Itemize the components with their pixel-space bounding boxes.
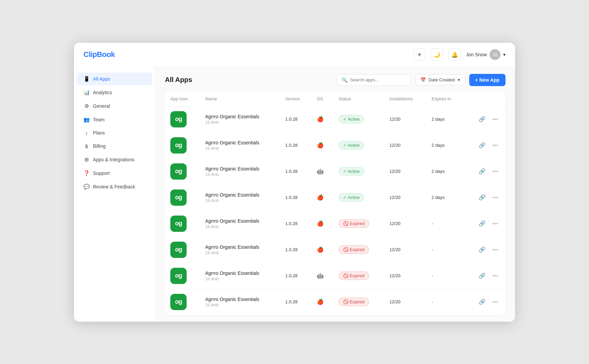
- chevron-down-icon: ▾: [458, 77, 460, 82]
- link-icon[interactable]: 🔗: [477, 219, 488, 228]
- table-column-header: App Icon: [165, 92, 200, 106]
- app-installations: 12/20: [384, 158, 426, 184]
- app-name-cell: Agrrro Organic Essentials16.4mb: [200, 210, 280, 237]
- app-expires: 2 days: [426, 106, 463, 132]
- light-mode-button[interactable]: ☀: [413, 48, 425, 61]
- notifications-button[interactable]: 🔔: [449, 48, 461, 61]
- android-icon: 🤖: [317, 168, 324, 174]
- dark-mode-button[interactable]: 🌙: [431, 48, 443, 61]
- link-icon[interactable]: 🔗: [477, 193, 488, 202]
- app-expires: -: [426, 289, 463, 315]
- app-os: 🍎: [311, 289, 333, 315]
- user-menu[interactable]: Jon Snow JS ▾: [466, 49, 506, 60]
- table-column-header: Expires in: [426, 92, 463, 106]
- row-actions-cell: 🔗•••: [463, 289, 506, 315]
- app-installations: 12/20: [384, 184, 426, 210]
- link-icon[interactable]: 🔗: [477, 141, 488, 150]
- link-icon[interactable]: 🔗: [477, 271, 488, 280]
- app-size: 16.4mb: [205, 146, 274, 151]
- app-status: ✓ Active: [333, 184, 384, 210]
- date-filter-button[interactable]: 📅 Date Created ▾: [415, 74, 465, 85]
- more-options-icon[interactable]: •••: [490, 245, 500, 254]
- app-icon: og: [170, 294, 187, 310]
- table-column-header: Version: [280, 92, 311, 106]
- link-icon[interactable]: 🔗: [477, 245, 488, 254]
- app-name-cell: Agrrro Organic Essentials16.4mb: [200, 184, 280, 210]
- sidebar-icon-all-apps: 📱: [83, 76, 90, 82]
- table-row: ogAgrrro Organic Essentials16.4mb1.0.28🍎…: [165, 132, 506, 158]
- app-icon: og: [170, 189, 187, 206]
- more-options-icon[interactable]: •••: [490, 141, 500, 150]
- sidebar-label-support: Support: [93, 170, 110, 176]
- link-icon[interactable]: 🔗: [477, 297, 488, 306]
- sidebar-item-analytics[interactable]: 📊Analytics: [77, 86, 152, 99]
- app-version: 1.0.28: [280, 106, 311, 132]
- app-os: 🍎: [311, 184, 333, 210]
- app-icon: og: [170, 242, 187, 258]
- app-expires: -: [426, 237, 463, 263]
- sidebar-label-apps-integrations: Apps & Integrations: [93, 157, 134, 162]
- search-input[interactable]: [350, 77, 406, 82]
- sidebar-label-billing: Billing: [93, 143, 106, 149]
- app-name-cell: Agrrro Organic Essentials16.4mb: [200, 132, 280, 158]
- apple-icon: 🍎: [317, 142, 324, 148]
- more-options-icon[interactable]: •••: [490, 219, 500, 228]
- sidebar-item-plans[interactable]: ↕Plans: [77, 127, 152, 139]
- sidebar-icon-apps-integrations: ⊞: [83, 157, 90, 163]
- apple-icon: 🍎: [317, 247, 324, 252]
- app-size: 16.4mb: [205, 224, 274, 229]
- more-options-icon[interactable]: •••: [490, 298, 500, 306]
- table-row: ogAgrrro Organic Essentials16.4mb1.0.28🍎…: [165, 184, 506, 210]
- table-header-row: App IconNameVersionOSStatusInstallations…: [165, 92, 506, 106]
- app-os: 🍎: [311, 237, 333, 263]
- apple-icon: 🍎: [317, 116, 324, 122]
- status-badge: ✓ Active: [339, 141, 364, 149]
- sidebar-item-apps-integrations[interactable]: ⊞Apps & Integrations: [77, 153, 152, 166]
- sidebar-item-billing[interactable]: $Billing: [77, 140, 152, 153]
- row-actions-cell: 🔗•••: [463, 237, 506, 263]
- apple-icon: 🍎: [317, 195, 324, 200]
- status-badge: 🚫 Expired: [339, 245, 369, 254]
- calendar-icon: 📅: [420, 77, 426, 82]
- sidebar-item-general[interactable]: ⚙General: [77, 100, 152, 113]
- more-options-icon[interactable]: •••: [490, 193, 500, 202]
- more-options-icon[interactable]: •••: [490, 167, 500, 176]
- sidebar-item-support[interactable]: ❓Support: [77, 167, 152, 180]
- table-row: ogAgrrro Organic Essentials16.4mb1.0.28🍎…: [165, 210, 506, 237]
- app-expires: 2 days: [426, 184, 463, 210]
- sidebar-label-team: Team: [93, 117, 104, 122]
- sidebar-item-all-apps[interactable]: 📱All Apps: [77, 73, 152, 85]
- app-version: 1.0.28: [280, 132, 311, 158]
- new-app-button[interactable]: + New App: [469, 74, 506, 86]
- app-icon: og: [170, 216, 187, 232]
- app-status: 🚫 Expired: [333, 289, 384, 315]
- link-icon[interactable]: 🔗: [477, 115, 488, 124]
- app-os: 🤖: [311, 158, 333, 184]
- app-status: ✓ Active: [333, 106, 384, 132]
- link-icon[interactable]: 🔗: [477, 167, 488, 176]
- app-size: 16.4mb: [205, 250, 274, 255]
- table-row: ogAgrrro Organic Essentials16.4mb1.0.28🍎…: [165, 106, 506, 132]
- avatar-initials: JS: [492, 52, 497, 57]
- app-installations: 12/20: [384, 289, 426, 315]
- app-expires: 2 days: [426, 132, 463, 158]
- table-column-header: Name: [200, 92, 280, 106]
- sidebar-item-review-feedback[interactable]: 💬Review & Feedback: [77, 180, 152, 193]
- more-options-icon[interactable]: •••: [490, 115, 500, 124]
- date-filter-label: Date Created: [429, 77, 455, 82]
- sidebar-item-team[interactable]: 👥Team: [77, 113, 152, 126]
- more-options-icon[interactable]: •••: [490, 271, 500, 280]
- app-name: Agrrro Organic Essentials: [205, 270, 274, 276]
- sidebar: 📱All Apps📊Analytics⚙General👥Team↕Plans$B…: [74, 67, 155, 322]
- app-window: ClipBook ☀ 🌙 🔔 Jon Snow JS ▾ 📱All Apps📊A…: [74, 43, 515, 322]
- app-installations: 12/20: [384, 263, 426, 289]
- chevron-down-icon: ▾: [503, 52, 506, 57]
- app-version: 1.0.28: [280, 263, 311, 289]
- bell-icon: 🔔: [451, 52, 458, 58]
- apple-icon: 🍎: [317, 299, 324, 305]
- table-column-header: OS: [311, 92, 333, 106]
- app-expires: 2 days: [426, 158, 463, 184]
- sidebar-icon-plans: ↕: [83, 130, 90, 136]
- app-icon: og: [170, 137, 187, 154]
- app-icon: og: [170, 163, 187, 180]
